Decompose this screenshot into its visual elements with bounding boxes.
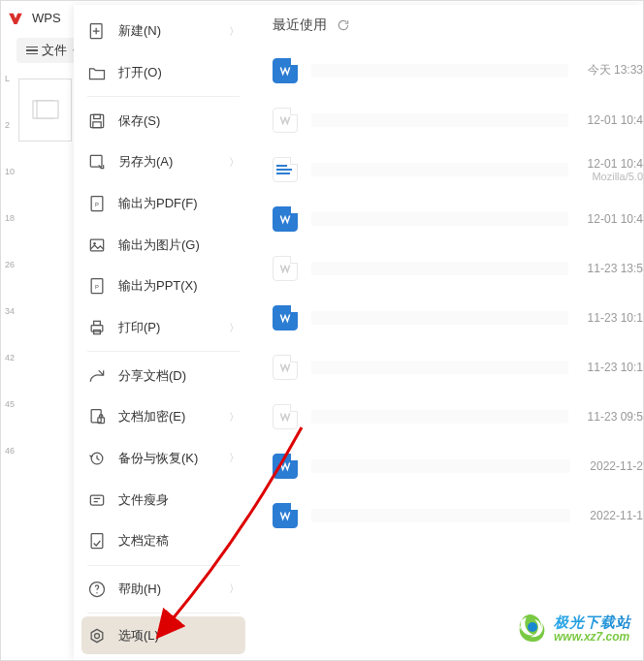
menu-item-label: 输出为PDF(F) [118,195,240,212]
svg-point-21 [96,592,97,593]
word-file-icon [273,58,298,83]
word-file-icon [273,206,298,232]
menu-item-label: 选项(L) [118,627,240,645]
menu-item-open[interactable]: 打开(O) [74,52,253,94]
menu-item-share[interactable]: 分享文档(D) [74,355,253,396]
document-thumbnail[interactable] [18,79,72,142]
recent-file-row[interactable]: 2022-11-1 [253,490,643,540]
menu-item-pdf[interactable]: P输出为PDF(F) [74,183,253,225]
hamburger-icon [26,47,38,55]
menu-item-options[interactable]: 选项(L) [81,616,245,654]
menu-item-label: 新建(N) [118,22,229,40]
menu-item-encrypt[interactable]: 文档加密(E)〉 [74,396,253,438]
file-name-placeholder [311,212,568,226]
file-menu-panel: 新建(N)〉打开(O)保存(S)另存为(A)〉P输出为PDF(F)输出为图片(G… [74,5,643,660]
file-name-placeholder [311,262,568,275]
menu-item-saveas[interactable]: 另存为(A)〉 [74,142,253,183]
menu-separator [87,96,240,97]
word-file-icon [273,305,298,330]
menu-item-help[interactable]: 帮助(H)〉 [74,569,253,611]
open-icon [87,63,107,82]
menu-item-shrink[interactable]: 文件瘦身 [74,479,253,520]
menu-item-ppt[interactable]: P输出为PPT(X) [74,266,253,307]
shrink-icon [87,490,107,510]
options-icon [87,626,107,645]
recent-file-row[interactable]: 11-23 10:1 [253,342,643,392]
menu-item-label: 输出为图片(G) [118,236,240,254]
watermark: 极光下载站 www.xz7.com [513,612,631,646]
word-file-icon [273,454,298,479]
word-file-icon [273,503,298,528]
recent-file-row[interactable]: 今天 13:33 [253,46,643,95]
page-icon [31,99,60,122]
help-icon [87,580,107,599]
menu-item-label: 保存(S) [118,112,240,130]
svg-rect-19 [91,534,103,549]
backup-icon [87,449,107,468]
recent-file-row[interactable]: 11-23 09:5 [253,392,643,441]
chevron-right-icon: 〉 [229,321,240,335]
svg-rect-14 [94,321,101,325]
word-file-icon [273,355,298,380]
pdf-icon: P [87,194,107,213]
file-date: 11-23 10:1 [588,361,643,374]
recent-file-row[interactable]: 12-01 10:4Mozilla/5.0 [253,144,643,194]
menu-item-label: 文档定稿 [118,532,240,550]
svg-rect-6 [90,156,102,168]
menu-item-label: 打开(O) [118,64,240,81]
menu-item-image[interactable]: 输出为图片(G) [74,224,253,266]
menu-item-label: 输出为PPT(X) [118,277,240,295]
menu-item-label: 另存为(A) [118,153,229,171]
html-file-icon [273,157,298,182]
recent-panel: 最近使用 今天 13:3312-01 10:412-01 10:4Mozilla… [253,5,643,660]
svg-rect-1 [37,101,58,118]
menu-item-print[interactable]: 打印(P)〉 [74,307,253,349]
file-name-placeholder [311,459,570,473]
wps-logo-icon [7,10,24,27]
app-brand: WPS [32,11,61,25]
recent-file-row[interactable]: 11-23 10:1 [253,293,643,342]
refresh-icon[interactable] [337,18,350,32]
recent-file-row[interactable]: 12-01 10:4 [253,194,643,243]
menu-separator [87,613,240,614]
ruler: L 2 10 18 26 34 42 45 46 [1,74,18,655]
watermark-url: www.xz7.com [554,631,631,644]
file-date: 11-23 13:5 [588,262,643,275]
watermark-logo-icon [513,612,548,646]
menu-item-backup[interactable]: 备份与恢复(K)〉 [74,438,253,480]
svg-rect-9 [90,239,103,251]
word-file-icon [273,256,298,281]
file-name-placeholder [311,64,568,78]
chevron-right-icon: 〉 [229,155,240,170]
file-date: 今天 13:33 [588,62,643,79]
recent-header: 最近使用 [253,13,643,46]
menu-item-label: 打印(P) [118,319,229,336]
new-icon [87,21,107,41]
saveas-icon [87,152,107,172]
chevron-right-icon: 〉 [229,451,240,465]
menu-separator [87,351,240,352]
save-icon [87,111,107,131]
svg-point-23 [528,622,537,632]
menu-item-finalize[interactable]: 文档定稿 [74,520,253,562]
encrypt-icon [87,407,107,426]
svg-text:P: P [95,201,99,206]
svg-rect-5 [93,121,101,127]
menu-item-save[interactable]: 保存(S) [74,100,253,142]
recent-file-row[interactable]: 12-01 10:4 [253,95,643,144]
chevron-right-icon: 〉 [229,582,240,596]
chevron-right-icon: 〉 [229,410,240,425]
recent-file-row[interactable]: 2022-11-2 [253,441,643,490]
menu-item-label: 文件瘦身 [118,491,240,509]
file-date: 12-01 10:4Mozilla/5.0 [588,157,643,182]
menu-separator [87,565,240,566]
share-icon [87,366,107,386]
file-button-label: 文件 [42,42,67,59]
file-date: 11-23 09:5 [588,410,643,424]
recent-title: 最近使用 [273,16,327,34]
recent-file-row[interactable]: 11-23 13:5 [253,243,643,293]
menu-item-label: 备份与恢复(K) [118,450,229,467]
menu-list: 新建(N)〉打开(O)保存(S)另存为(A)〉P输出为PDF(F)输出为图片(G… [74,5,253,660]
file-name-placeholder [311,361,568,374]
menu-item-new[interactable]: 新建(N)〉 [74,11,253,52]
